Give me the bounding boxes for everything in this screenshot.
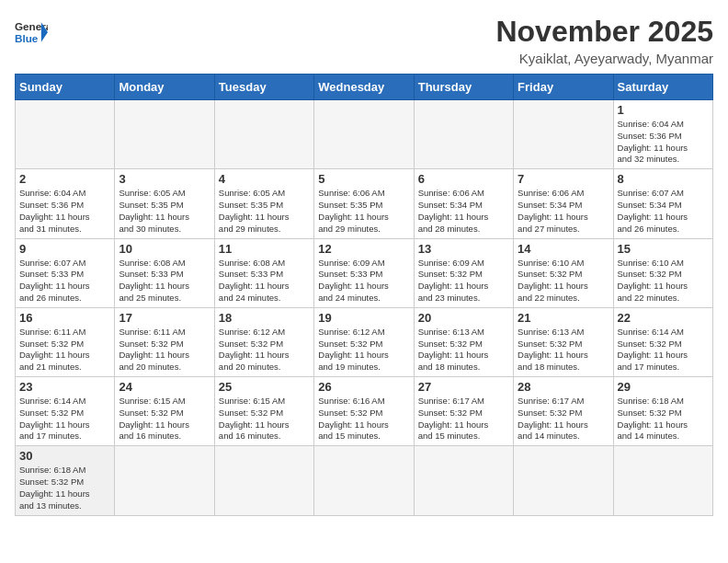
day-info: Sunrise: 6:04 AM Sunset: 5:36 PM Dayligh… [19,188,110,235]
weekday-header-monday: Monday [115,75,214,100]
calendar-day-cell: 27Sunrise: 6:17 AM Sunset: 5:32 PM Dayli… [414,377,513,446]
calendar-day-cell [613,446,712,515]
calendar-day-cell [16,100,115,169]
logo: General Blue [15,18,48,46]
calendar-day-cell: 11Sunrise: 6:08 AM Sunset: 5:33 PM Dayli… [214,238,313,307]
calendar-day-cell [115,100,214,169]
svg-text:Blue: Blue [15,32,39,44]
calendar-day-cell: 4Sunrise: 6:05 AM Sunset: 5:35 PM Daylig… [214,169,313,238]
day-number: 5 [318,172,409,186]
logo-icon: General Blue [15,18,48,46]
day-info: Sunrise: 6:12 AM Sunset: 5:32 PM Dayligh… [318,327,409,373]
day-number: 11 [219,242,310,256]
weekday-header-friday: Friday [514,75,613,100]
day-number: 19 [318,311,409,325]
day-info: Sunrise: 6:09 AM Sunset: 5:32 PM Dayligh… [418,258,509,304]
day-info: Sunrise: 6:17 AM Sunset: 5:32 PM Dayligh… [418,396,509,442]
calendar-day-cell: 8Sunrise: 6:07 AM Sunset: 5:34 PM Daylig… [613,169,712,238]
calendar-day-cell: 25Sunrise: 6:15 AM Sunset: 5:32 PM Dayli… [214,377,313,446]
calendar-table: SundayMondayTuesdayWednesdayThursdayFrid… [15,74,713,516]
calendar-day-cell [314,446,414,515]
calendar-day-cell: 5Sunrise: 6:06 AM Sunset: 5:35 PM Daylig… [314,169,414,238]
calendar-day-cell: 24Sunrise: 6:15 AM Sunset: 5:32 PM Dayli… [115,377,214,446]
calendar-day-cell: 23Sunrise: 6:14 AM Sunset: 5:32 PM Dayli… [16,377,115,446]
calendar-day-cell: 10Sunrise: 6:08 AM Sunset: 5:33 PM Dayli… [115,238,214,307]
day-number: 6 [418,172,509,186]
day-number: 21 [518,311,609,325]
day-info: Sunrise: 6:15 AM Sunset: 5:32 PM Dayligh… [219,396,310,442]
day-number: 8 [618,172,709,186]
day-number: 10 [119,242,210,256]
day-info: Sunrise: 6:06 AM Sunset: 5:34 PM Dayligh… [518,188,609,235]
calendar-day-cell: 6Sunrise: 6:06 AM Sunset: 5:34 PM Daylig… [414,169,513,238]
day-info: Sunrise: 6:13 AM Sunset: 5:32 PM Dayligh… [518,327,609,373]
location-title: Kyaiklat, Ayeyarwady, Myanmar [495,51,713,66]
day-info: Sunrise: 6:12 AM Sunset: 5:32 PM Dayligh… [219,327,310,373]
page-header: General Blue November 2025 Kyaiklat, Aye… [15,15,713,66]
weekday-header-saturday: Saturday [613,75,712,100]
day-info: Sunrise: 6:16 AM Sunset: 5:32 PM Dayligh… [318,396,409,442]
calendar-day-cell [314,100,414,169]
calendar-day-cell [514,100,613,169]
calendar-day-cell: 30Sunrise: 6:18 AM Sunset: 5:32 PM Dayli… [16,446,115,515]
day-info: Sunrise: 6:11 AM Sunset: 5:32 PM Dayligh… [19,327,110,373]
day-info: Sunrise: 6:17 AM Sunset: 5:32 PM Dayligh… [518,396,609,442]
day-number: 9 [19,242,110,256]
day-info: Sunrise: 6:04 AM Sunset: 5:36 PM Dayligh… [618,119,709,166]
calendar-day-cell: 28Sunrise: 6:17 AM Sunset: 5:32 PM Dayli… [514,377,613,446]
day-info: Sunrise: 6:09 AM Sunset: 5:33 PM Dayligh… [318,258,409,304]
day-number: 17 [119,311,210,325]
weekday-header-row: SundayMondayTuesdayWednesdayThursdayFrid… [16,75,713,100]
calendar-day-cell: 19Sunrise: 6:12 AM Sunset: 5:32 PM Dayli… [314,307,414,376]
calendar-day-cell [414,446,513,515]
day-number: 30 [19,449,110,463]
calendar-week-row: 30Sunrise: 6:18 AM Sunset: 5:32 PM Dayli… [16,446,713,515]
day-number: 3 [119,172,210,186]
day-number: 4 [219,172,310,186]
day-number: 12 [318,242,409,256]
day-info: Sunrise: 6:05 AM Sunset: 5:35 PM Dayligh… [219,188,310,235]
day-info: Sunrise: 6:07 AM Sunset: 5:33 PM Dayligh… [19,258,110,304]
day-info: Sunrise: 6:10 AM Sunset: 5:32 PM Dayligh… [518,258,609,304]
calendar-day-cell: 21Sunrise: 6:13 AM Sunset: 5:32 PM Dayli… [514,307,613,376]
calendar-day-cell: 17Sunrise: 6:11 AM Sunset: 5:32 PM Dayli… [115,307,214,376]
day-number: 24 [119,380,210,394]
day-number: 27 [418,380,509,394]
weekday-header-sunday: Sunday [16,75,115,100]
day-info: Sunrise: 6:08 AM Sunset: 5:33 PM Dayligh… [219,258,310,304]
calendar-day-cell [514,446,613,515]
calendar-day-cell: 9Sunrise: 6:07 AM Sunset: 5:33 PM Daylig… [16,238,115,307]
calendar-day-cell: 3Sunrise: 6:05 AM Sunset: 5:35 PM Daylig… [115,169,214,238]
day-info: Sunrise: 6:14 AM Sunset: 5:32 PM Dayligh… [19,396,110,442]
calendar-day-cell: 2Sunrise: 6:04 AM Sunset: 5:36 PM Daylig… [16,169,115,238]
day-number: 1 [618,103,709,117]
day-info: Sunrise: 6:08 AM Sunset: 5:33 PM Dayligh… [119,258,210,304]
day-number: 14 [518,242,609,256]
day-number: 28 [518,380,609,394]
day-number: 25 [219,380,310,394]
calendar-day-cell: 1Sunrise: 6:04 AM Sunset: 5:36 PM Daylig… [613,100,712,169]
day-info: Sunrise: 6:15 AM Sunset: 5:32 PM Dayligh… [119,396,210,442]
calendar-week-row: 2Sunrise: 6:04 AM Sunset: 5:36 PM Daylig… [16,169,713,238]
calendar-day-cell: 18Sunrise: 6:12 AM Sunset: 5:32 PM Dayli… [214,307,313,376]
day-number: 2 [19,172,110,186]
calendar-day-cell: 14Sunrise: 6:10 AM Sunset: 5:32 PM Dayli… [514,238,613,307]
calendar-day-cell [214,100,313,169]
calendar-day-cell [115,446,214,515]
calendar-day-cell [214,446,313,515]
day-number: 26 [318,380,409,394]
day-info: Sunrise: 6:14 AM Sunset: 5:32 PM Dayligh… [618,327,709,373]
day-number: 16 [19,311,110,325]
weekday-header-wednesday: Wednesday [314,75,414,100]
weekday-header-tuesday: Tuesday [214,75,313,100]
day-info: Sunrise: 6:05 AM Sunset: 5:35 PM Dayligh… [119,188,210,235]
calendar-week-row: 1Sunrise: 6:04 AM Sunset: 5:36 PM Daylig… [16,100,713,169]
day-info: Sunrise: 6:18 AM Sunset: 5:32 PM Dayligh… [19,465,110,511]
day-number: 29 [618,380,709,394]
calendar-day-cell: 22Sunrise: 6:14 AM Sunset: 5:32 PM Dayli… [613,307,712,376]
day-number: 18 [219,311,310,325]
day-number: 20 [418,311,509,325]
calendar-day-cell: 20Sunrise: 6:13 AM Sunset: 5:32 PM Dayli… [414,307,513,376]
day-number: 7 [518,172,609,186]
calendar-day-cell: 7Sunrise: 6:06 AM Sunset: 5:34 PM Daylig… [514,169,613,238]
